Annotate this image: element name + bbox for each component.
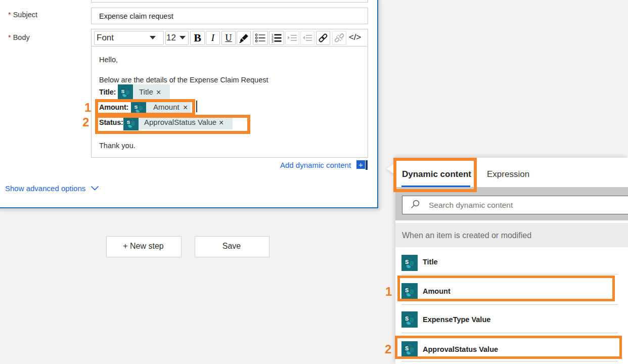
svg-text:S: S [405,259,409,265]
svg-text:S: S [121,88,124,94]
svg-text:3: 3 [272,39,274,43]
svg-text:S: S [405,316,409,322]
